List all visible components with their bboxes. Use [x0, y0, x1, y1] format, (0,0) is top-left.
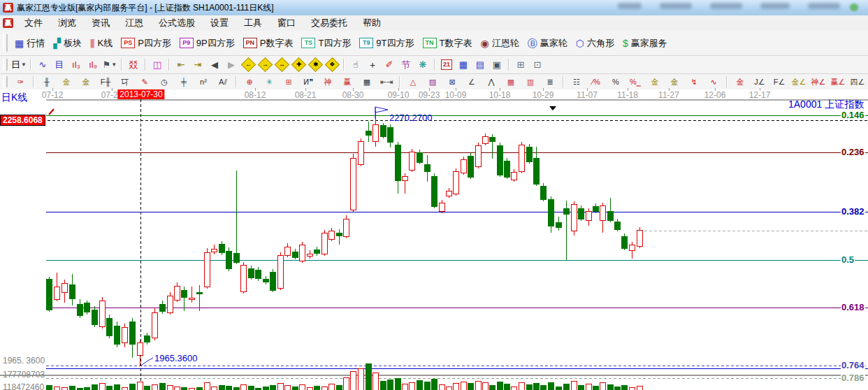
tool-gann-circle[interactable]: ⊕ — [240, 74, 259, 89]
tool-red-pencil[interactable]: ✎ — [135, 74, 154, 89]
tool-knot-tool[interactable]: 节 — [398, 57, 414, 73]
volume-bar — [226, 386, 231, 390]
tool-notepad[interactable]: ▤ — [472, 57, 489, 73]
tool-compass-rose[interactable]: ✳ — [259, 74, 279, 89]
menu-item-7[interactable]: 窗口 — [270, 15, 303, 31]
menu-item-8[interactable]: 交易委托 — [303, 15, 355, 31]
tool-price-table[interactable]: ☷ — [567, 74, 586, 89]
tool-time-cycle[interactable]: ◷ — [154, 74, 174, 89]
tool-percent[interactable]: % — [606, 74, 625, 89]
tool-f-angle[interactable]: F∠ — [769, 74, 789, 89]
tool-gold-hat[interactable]: 金 — [665, 74, 684, 89]
tool-gold-angle[interactable]: 金∠ — [789, 74, 809, 89]
tool-gann-ruler[interactable]: ╫ — [37, 74, 57, 89]
tool-next-page[interactable]: ▶ — [223, 57, 240, 73]
tool-span-arrows[interactable]: ⇤⇥ — [377, 74, 396, 89]
tool-spiral-ruler[interactable]: 㔿 — [115, 74, 135, 89]
tool-first-page[interactable]: ⇤ — [173, 57, 189, 73]
tool-color-histogram[interactable]: ◫ — [149, 57, 166, 73]
tool-ray-fan-red[interactable]: △ — [403, 74, 423, 89]
tool-gold-angle-red[interactable]: 金 — [730, 74, 750, 89]
menu-item-5[interactable]: 设置 — [203, 15, 236, 31]
button-t-square[interactable]: TST四方形 — [297, 35, 355, 52]
menu-item-2[interactable]: 资讯 — [84, 15, 117, 31]
tool-four-angle[interactable]: 四∠ — [848, 74, 867, 89]
menu-item-0[interactable]: 文件 — [17, 15, 50, 31]
tool-gold-ruler-up[interactable]: 金 — [57, 74, 76, 89]
tool-shift-left[interactable]: ← — [240, 57, 256, 73]
button-kline[interactable]: ⫼K线 — [86, 35, 117, 52]
tool-ink-marker[interactable]: ↯ — [684, 74, 704, 89]
menu-item-9[interactable]: 帮助 — [355, 15, 389, 31]
hexagon-label: 六角形 — [587, 37, 614, 50]
window-title: 赢家江恩专业版[赢家内部服务平台] - [上证指数 SH1A0001-111日K… — [17, 2, 274, 14]
button-t-number-table[interactable]: TNT数字表 — [419, 35, 477, 52]
tool-square-n2[interactable]: n² — [194, 74, 213, 89]
tool-chart-3min[interactable]: ıl₃ — [68, 57, 85, 73]
tool-zoom-in[interactable]: ✱ — [307, 57, 324, 73]
button-p-number-table[interactable]: PNP数字表 — [239, 35, 298, 52]
button-9t-square[interactable]: T99T四方形 — [355, 35, 418, 52]
tool-zigzag-tool[interactable]: ⋀ — [482, 74, 501, 89]
tool-shen-angle[interactable]: 神∠ — [809, 74, 828, 89]
menu-item-6[interactable]: 工具 — [236, 15, 270, 31]
tool-trend-line-tool[interactable]: ✐ — [381, 57, 398, 73]
tool-parallel-lines[interactable]: ≣ — [540, 74, 560, 89]
tool-ray-fan-blue[interactable]: ⊠ — [442, 74, 462, 89]
tool-crosshair-tool[interactable]: ＋ — [364, 57, 381, 73]
tool-ray-fan-purple[interactable]: ▨ — [423, 74, 442, 89]
tool-zoom-horizontal[interactable]: ↔ — [273, 57, 290, 73]
tool-angle-mirror[interactable]: A⫽ — [213, 74, 233, 89]
menu-item-1[interactable]: 浏览 — [50, 15, 84, 31]
button-hexagon[interactable]: ⬡六角形 — [572, 35, 619, 52]
tool-j-angle[interactable]: J∠ — [750, 74, 769, 89]
tool-shen-grid[interactable]: 神 — [318, 74, 338, 89]
tool-wave-tool[interactable]: ∿ — [704, 74, 723, 89]
button-winner-service[interactable]: $赢家服务 — [619, 35, 672, 52]
button-winner-wheel[interactable]: Ⓑ赢家轮 — [523, 35, 572, 52]
tool-remote-pc[interactable]: ⊞ — [512, 57, 529, 73]
button-gann-wheel[interactable]: ◉江恩轮 — [476, 35, 523, 52]
tool-save[interactable]: ▣ — [489, 57, 505, 73]
tool-angle-lines[interactable]: ∠ — [462, 74, 482, 89]
tool-local-pc[interactable]: ⊡ — [529, 57, 546, 73]
kline-chart-area[interactable]: 日K线1A0001 上证指数2258.60681965. 36001777087… — [0, 99, 868, 390]
tool-last-page[interactable]: ⇥ — [189, 57, 206, 73]
highlighted-date-badge[interactable]: 2013-07-30 — [117, 89, 164, 99]
tool-chart-9min[interactable]: ıl₉ — [85, 57, 101, 73]
tool-percent-slash[interactable]: ∕% — [586, 74, 606, 89]
tool-flag-marker[interactable]: ⚑▼ — [101, 57, 118, 73]
tool-price-ruler[interactable]: ╪ — [174, 74, 194, 89]
tool-red-grid-2[interactable]: ▥ — [521, 74, 540, 89]
tool-wave-mark[interactable]: Ͷ❞ — [298, 74, 318, 89]
menu-item-4[interactable]: 公式选股 — [151, 15, 203, 31]
tool-grid-target[interactable]: ⊞ — [279, 74, 298, 89]
tool-black-grid[interactable]: ▦ — [357, 74, 377, 89]
menu-item-3[interactable]: 江恩 — [117, 15, 151, 31]
tool-prev-page[interactable]: ◀ — [206, 57, 223, 73]
tool-hand-tool[interactable]: ☝ — [347, 57, 364, 73]
button-p-square[interactable]: PSP四方形 — [117, 35, 175, 52]
tool-cloud-tool[interactable]: ❋ — [414, 57, 431, 73]
tool-gold-circle[interactable]: 金 — [645, 74, 665, 89]
tool-gold-ruler-down[interactable]: 金 — [76, 74, 96, 89]
button-quotes[interactable]: ▦行情 — [10, 35, 49, 52]
tool-red-grid-1[interactable]: ▦ — [501, 74, 521, 89]
tool-zoom-out[interactable]: ❖ — [324, 57, 340, 73]
button-sectors[interactable]: ▞板块 — [49, 35, 86, 52]
tool-zoom-full[interactable]: ✚ — [290, 57, 307, 73]
tool-red-brush[interactable]: ✑ — [10, 74, 30, 89]
tool-pattern-tool[interactable]: 㸚 — [125, 57, 142, 73]
tool-ying-angle[interactable]: 赢∠ — [828, 74, 848, 89]
tool-shift-right[interactable]: → — [256, 57, 273, 73]
tool-percent-lines[interactable]: %‗ — [625, 74, 645, 89]
tool-intraday-chart[interactable]: ∿ — [34, 57, 51, 73]
tool-info-f10[interactable]: 目 — [51, 57, 68, 73]
first-page-icon: ⇤ — [178, 59, 185, 70]
tool-period-day[interactable]: 日▼ — [10, 57, 27, 73]
tool-fib-ruler[interactable]: F╫ — [96, 74, 115, 89]
tool-ying-grid[interactable]: 赢 — [338, 74, 357, 89]
tool-calendar-21[interactable]: 21 — [438, 57, 455, 73]
tool-calculator[interactable]: ▦ — [455, 57, 472, 73]
button-9p-square[interactable]: P99P四方形 — [175, 35, 239, 52]
